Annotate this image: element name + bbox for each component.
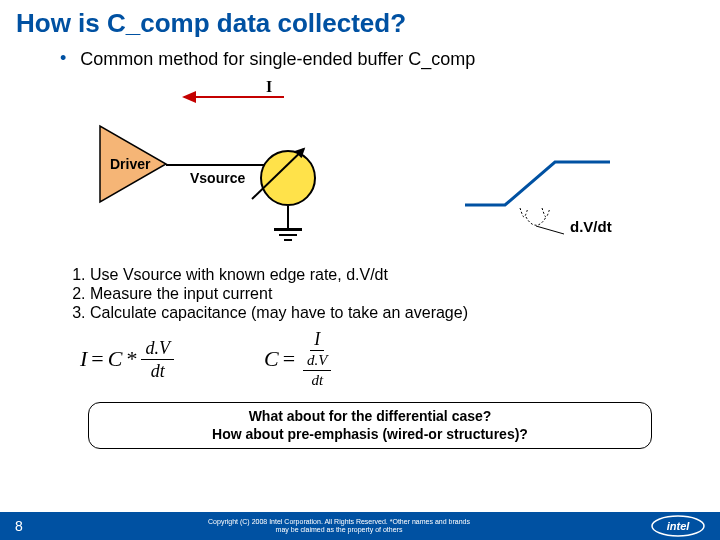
inner-fraction: d.V dt	[303, 353, 331, 388]
svg-text:intel: intel	[667, 520, 691, 532]
formula-part: C	[264, 346, 279, 372]
svg-line-1	[536, 226, 564, 234]
ground-icon	[284, 239, 292, 241]
copyright-line: may be claimed as the property of others	[38, 526, 640, 534]
fraction: d.V dt	[141, 339, 174, 380]
step-item: Measure the input current	[90, 285, 680, 303]
slide-title: How is C_comp data collected?	[0, 0, 720, 39]
question-line: How about pre-emphasis (wired-or structu…	[97, 426, 643, 444]
copyright-text: Copyright (C) 2008 Intel Corporation. Al…	[38, 518, 720, 533]
formula-row: I = C * d.V dt C = I d.V dt	[80, 330, 680, 388]
current-i-label: I	[266, 78, 272, 96]
numerator: d.V	[141, 339, 174, 360]
numerator: I	[310, 330, 324, 351]
formula-part: *	[126, 346, 137, 372]
formula-part: =	[283, 346, 295, 372]
ground-wire	[287, 206, 289, 228]
copyright-line: Copyright (C) 2008 Intel Corporation. Al…	[38, 518, 640, 526]
denominator: d.V dt	[299, 351, 335, 388]
vsource-icon	[260, 150, 316, 206]
ground-icon	[274, 228, 302, 231]
footer-bar: 8 Copyright (C) 2008 Intel Corporation. …	[0, 512, 720, 540]
intel-logo-icon: intel	[650, 515, 706, 537]
dvdt-label: d.V/dt	[570, 218, 612, 235]
formula-part: I	[80, 346, 87, 372]
content-area: • Common method for single-ended buffer …	[0, 39, 720, 449]
formula-part: =	[91, 346, 103, 372]
driver-label: Driver	[110, 156, 150, 172]
question-line: What about for the differential case?	[97, 408, 643, 426]
bullet-text: Common method for single-ended buffer C_…	[80, 49, 475, 70]
bullet-icon: •	[60, 49, 66, 69]
bullet-item: • Common method for single-ended buffer …	[60, 49, 680, 70]
step-item: Use Vsource with known edge rate, d.V/dt	[90, 266, 680, 284]
vsource-label: Vsource	[190, 170, 245, 186]
page-number: 8	[0, 518, 38, 534]
formula-part: C	[108, 346, 123, 372]
question-box: What about for the differential case? Ho…	[88, 402, 652, 449]
denominator: dt	[307, 371, 327, 388]
current-arrow-icon	[184, 96, 284, 98]
numerator: d.V	[303, 353, 331, 371]
ground-icon	[279, 234, 297, 236]
circuit-diagram: Driver I Vsource d.V/dt	[60, 78, 680, 258]
denominator: dt	[147, 360, 169, 380]
steps-list: Use Vsource with known edge rate, d.V/dt…	[90, 266, 680, 322]
formula-c: C = I d.V dt	[264, 330, 336, 388]
formula-i: I = C * d.V dt	[80, 339, 174, 380]
step-item: Calculate capacitance (may have to take …	[90, 304, 680, 322]
fraction: I d.V dt	[299, 330, 335, 388]
